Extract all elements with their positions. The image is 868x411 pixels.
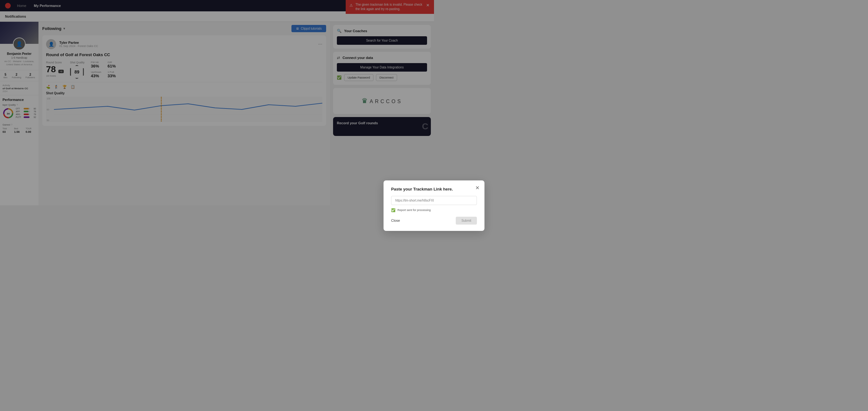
trackman-link-input[interactable] [391, 196, 434, 205]
modal-title: Paste your Trackman Link here. [391, 187, 434, 191]
trackman-modal: Paste your Trackman Link here. ✕ ✅ Repor… [383, 181, 434, 206]
modal-overlay: Paste your Trackman Link here. ✕ ✅ Repor… [0, 0, 434, 205]
